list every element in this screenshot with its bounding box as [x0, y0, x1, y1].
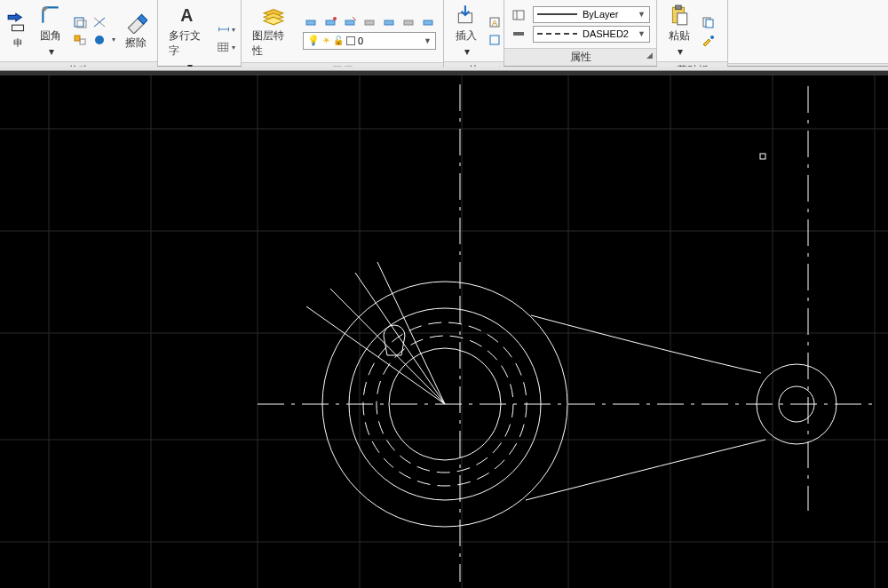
layer-tools-row — [303, 13, 438, 29]
linetype-selector-2[interactable]: DASHED2 ▼ — [533, 26, 650, 43]
color-swatch — [346, 36, 355, 45]
block-tool-1[interactable]: A — [487, 14, 504, 30]
svg-rect-36 — [678, 13, 687, 25]
panel-block: 插入 ▾ A 块◢ — [444, 0, 504, 66]
ltool-4[interactable] — [361, 13, 379, 29]
svg-rect-17 — [306, 20, 315, 25]
svg-point-19 — [333, 17, 337, 20]
svg-rect-23 — [404, 20, 413, 25]
svg-point-7 — [95, 36, 104, 44]
tool-b2[interactable] — [91, 32, 108, 48]
svg-rect-20 — [345, 20, 354, 25]
svg-rect-29 — [513, 11, 524, 20]
arm — [526, 315, 765, 500]
expand-icon[interactable]: ◢ — [646, 51, 653, 60]
block-tool-2[interactable] — [487, 32, 504, 48]
svg-line-66 — [355, 273, 445, 404]
ltool-2[interactable] — [322, 13, 340, 29]
panel-modify: 申 圆角 ▾ ▾ — [0, 0, 158, 66]
stretch-button[interactable]: 申 — [5, 10, 30, 52]
caret-icon: ▾ — [678, 45, 683, 58]
matchprop-button[interactable] — [700, 32, 718, 48]
svg-rect-5 — [75, 36, 80, 41]
dashed-line-icon — [537, 29, 577, 38]
fillet-icon — [39, 4, 62, 27]
ribbon: 申 圆角 ▾ ▾ — [0, 0, 888, 67]
svg-text:A: A — [492, 19, 497, 28]
layerprops-button[interactable]: 图层特性 — [247, 2, 299, 60]
panel-properties-title: 属性◢ — [504, 48, 656, 66]
svg-text:A: A — [180, 5, 193, 25]
tool-a2[interactable] — [91, 14, 108, 30]
svg-rect-22 — [385, 20, 393, 25]
drawing-canvas[interactable] — [0, 75, 888, 588]
dropdown-arrow-icon: ▼ — [424, 36, 432, 45]
ltool-3[interactable] — [342, 13, 360, 29]
layerprops-icon — [262, 4, 285, 27]
svg-rect-24 — [424, 20, 432, 25]
layer-selector[interactable]: 💡 ☀ 🔓 0 ▼ — [303, 32, 436, 50]
modify-small-group: ▾ — [71, 14, 115, 48]
ltool-5[interactable] — [381, 13, 399, 29]
copy-button[interactable] — [700, 14, 718, 30]
panel-annotate: A 多行文字 ▾ ▾ ▾ 注释◢ — [158, 0, 242, 66]
tool-b1[interactable] — [71, 32, 89, 48]
sun-icon: ☀ — [322, 36, 330, 45]
caret-icon: ▾ — [464, 45, 470, 58]
lock-icon: 🔓 — [333, 36, 344, 45]
table-button[interactable]: ▾ — [218, 39, 235, 55]
annotate-small: ▾ ▾ — [218, 21, 235, 55]
svg-point-39 — [710, 36, 714, 39]
paste-label: 粘贴 — [669, 28, 690, 44]
linetype1-label: ByLayer — [583, 9, 632, 20]
svg-line-67 — [330, 289, 445, 404]
svg-line-68 — [306, 306, 445, 404]
fillet-button[interactable]: 圆角 ▾ — [34, 2, 67, 60]
bulb-icon: 💡 — [307, 35, 320, 46]
caret-icon: ▾ — [49, 45, 54, 58]
erase-label: 擦除 — [125, 36, 147, 51]
text-icon: A — [178, 4, 201, 27]
panel-properties: ByLayer ▼ DASHED2 ▼ 属性◢ — [504, 0, 657, 66]
panel-layers: 图层特性 💡 ☀ 🔓 0 ▼ — [242, 0, 444, 66]
layer-name: 0 — [358, 36, 421, 46]
svg-rect-35 — [676, 5, 682, 9]
ltool-6[interactable] — [400, 13, 418, 29]
prop-tool-2[interactable] — [510, 25, 529, 41]
paste-icon — [668, 4, 691, 27]
fillet-label: 圆角 — [40, 28, 61, 44]
linetype-selector-1[interactable]: ByLayer ▼ — [533, 6, 650, 23]
drawing-area-wrap — [0, 67, 888, 588]
layerprops-label: 图层特性 — [252, 28, 294, 59]
cursor-marker — [757, 151, 768, 162]
insert-button[interactable]: 插入 ▾ — [449, 2, 483, 60]
erase-button[interactable]: 擦除 — [119, 9, 153, 52]
insert-label: 插入 — [456, 28, 477, 44]
svg-rect-6 — [80, 39, 85, 44]
solid-line-icon — [537, 10, 577, 19]
panel-spacer — [728, 0, 888, 66]
svg-rect-69 — [760, 154, 765, 159]
svg-rect-28 — [490, 36, 499, 44]
dim-button[interactable]: ▾ — [218, 21, 235, 37]
paste-button[interactable]: 粘贴 ▾ — [662, 2, 696, 60]
caret-icon: ▾ — [112, 36, 115, 44]
svg-rect-12 — [218, 43, 228, 51]
svg-rect-21 — [365, 20, 374, 25]
ltool-7[interactable] — [420, 13, 438, 29]
ltool-1[interactable] — [303, 13, 321, 29]
stretch-icon — [6, 12, 29, 35]
svg-rect-1 — [75, 18, 83, 27]
tool-a1[interactable] — [71, 14, 89, 30]
svg-rect-18 — [326, 20, 335, 25]
erase-icon — [124, 11, 147, 34]
mtext-label: 多行文字 — [169, 28, 209, 59]
svg-rect-31 — [513, 32, 524, 36]
panel-clipboard: 粘贴 ▾ 剪贴板 — [657, 0, 728, 66]
dropdown-arrow-icon: ▼ — [638, 10, 646, 19]
prop-tool-1[interactable] — [510, 7, 529, 23]
dropdown-arrow-icon: ▼ — [638, 29, 646, 38]
insert-icon — [455, 4, 478, 27]
mtext-button[interactable]: A 多行文字 ▾ — [163, 2, 214, 75]
svg-rect-38 — [706, 20, 713, 28]
